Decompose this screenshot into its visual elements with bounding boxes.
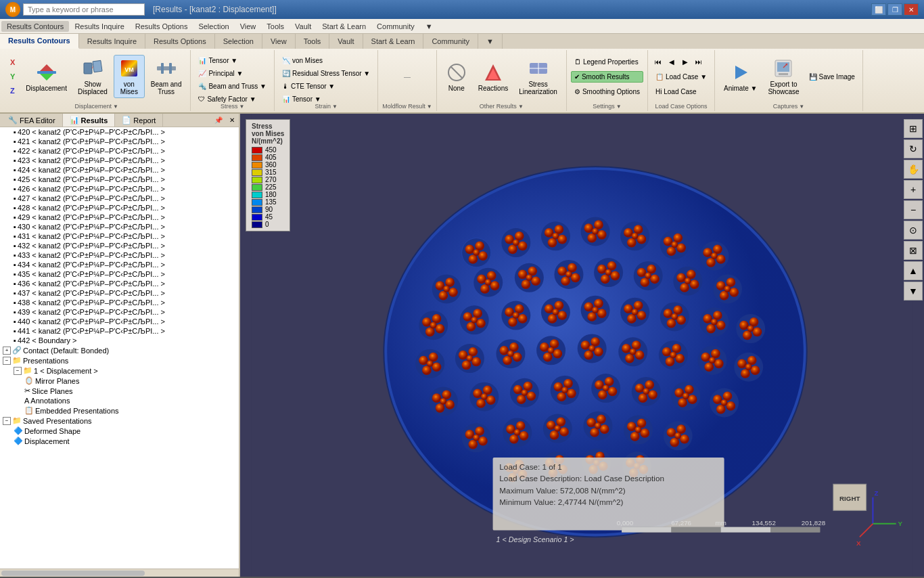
tree-item[interactable]: ▪429 < kanat2 (Р'С‹Р±Р¼Р–Р'С‹Р±СЉРІ... > [0, 213, 239, 222]
tree-item[interactable]: ▪432 < kanat2 (Р'С‹Р±Р¼Р–Р'С‹Р±СЉРІ... > [0, 241, 239, 250]
strain-dropdown-arrow[interactable]: ▼ [332, 104, 338, 110]
zoom-in-button[interactable]: + [904, 180, 923, 199]
displacement-button[interactable]: Displacement [21, 55, 72, 98]
tree-item[interactable]: ▪423 < kanat2 (Р'С‹Р±Р¼Р–Р'С‹Р±СЉРІ... > [0, 156, 239, 165]
other-results-dropdown-arrow[interactable]: ▼ [518, 104, 524, 110]
tree-item[interactable]: ▪425 < kanat2 (Р'С‹Р±Р¼Р–Р'С‹Р±СЉРІ... > [0, 175, 239, 184]
tree-item[interactable]: ▪436 < kanat2 (Р'С‹Р±Р¼Р–Р'С‹Р±СЉРІ... > [0, 279, 239, 288]
tree-item[interactable]: −📁Saved Presentations [0, 416, 239, 426]
menu-item-4[interactable]: View [235, 21, 262, 32]
scroll-down-button[interactable]: ▼ [904, 282, 923, 301]
tree-item[interactable]: ✂Slice Planes [0, 386, 239, 396]
horizontal-scrollbar[interactable] [0, 569, 239, 577]
tree-item[interactable]: ▪437 < kanat2 (Р'С‹Р±Р¼Р–Р'С‹Р±СЉРІ... > [0, 288, 239, 298]
tree-item[interactable]: ▪438 < kanat2 (Р'С‹Р±Р¼Р–Р'С‹Р±СЉРІ... > [0, 298, 239, 307]
von-mises-strain-button[interactable]: 📉 von Mises [279, 55, 373, 66]
residual-stress-button[interactable]: 🔄 Residual Stress Tensor ▼ [279, 68, 373, 79]
close-button[interactable]: ✕ [904, 3, 919, 16]
tab-results-contours[interactable]: Results Contours [0, 34, 79, 49]
tree-item[interactable]: ▪428 < kanat2 (Р'С‹Р±Р¼Р–Р'С‹Р±СЉРІ... > [0, 203, 239, 213]
load-case-dropdown-button[interactable]: 📋 Load Case ▼ [652, 71, 710, 83]
tree-expand-button[interactable]: − [3, 357, 11, 365]
tree-item[interactable]: AAnnotations [0, 396, 239, 405]
export-showcase-button[interactable]: Export toShowcase [763, 55, 804, 98]
principal-button[interactable]: 📈 Principal ▼ [195, 68, 270, 79]
none-button[interactable]: None [441, 55, 472, 98]
stress-dropdown-arrow[interactable]: ▼ [239, 104, 245, 110]
captures-dropdown-arrow[interactable]: ▼ [799, 104, 804, 110]
tab-community[interactable]: Community [423, 34, 478, 49]
tree-item[interactable]: ▪431 < kanat2 (Р'С‹Р±Р¼Р–Р'С‹Р±СЉРІ... > [0, 231, 239, 241]
tab-selection[interactable]: Selection [215, 34, 262, 49]
tree-item[interactable]: ▪422 < kanat2 (Р'С‹Р±Р¼Р–Р'С‹Р±СЉРІ... > [0, 146, 239, 156]
tree-expand-button[interactable]: − [3, 417, 11, 425]
tree-item[interactable]: ▪433 < kanat2 (Р'С‹Р±Р¼Р–Р'С‹Р±СЉРІ... > [0, 250, 239, 260]
tab-start-learn[interactable]: Start & Learn [363, 34, 424, 49]
tree-item[interactable]: ▪420 < kanat2 (Р'С‹Р±Р¼Р–Р'С‹Р±СЉРІ... > [0, 127, 239, 137]
smooth-results-button[interactable]: ✔ Smooth Results [571, 71, 643, 83]
beam-truss-small-button[interactable]: 🔩 Beam and Truss ▼ [195, 81, 270, 92]
zoom-out-button[interactable]: − [904, 200, 923, 219]
load-case-last-button[interactable]: ⏭ [693, 56, 705, 68]
axis-x-button[interactable]: X [7, 56, 18, 68]
minimize-button[interactable]: ⬜ [871, 3, 886, 16]
tree-item[interactable]: −📁Presentations [0, 355, 239, 365]
menu-item-0[interactable]: Results Contours [1, 21, 69, 32]
tree-item[interactable]: ▪435 < kanat2 (Р'С‹Р±Р¼Р–Р'С‹Р±СЉРІ... > [0, 269, 239, 279]
menu-item-6[interactable]: Vault [290, 21, 317, 32]
menu-item-2[interactable]: Results Options [130, 21, 193, 32]
tree-item[interactable]: 🪞Mirror Planes [0, 376, 239, 386]
menu-item-1[interactable]: Results Inquire [69, 21, 129, 32]
tree-item[interactable]: ▪426 < kanat2 (Р'С‹Р±Р¼Р–Р'С‹Р±СЉРІ... > [0, 184, 239, 194]
cte-tensor-button[interactable]: 🌡 CTE Tensor ▼ [279, 81, 373, 92]
tree-item[interactable]: −📁1 < Displacement > [0, 365, 239, 376]
von-mises-button[interactable]: VM vonMises [114, 55, 145, 98]
maximize-button[interactable]: ❒ [887, 3, 902, 16]
tensor-button[interactable]: 📊 Tensor ▼ [195, 55, 270, 66]
tree-item[interactable]: 📋Embedded Presentations [0, 405, 239, 416]
tab-view[interactable]: View [262, 34, 296, 49]
rotate-button[interactable]: ↻ [904, 139, 923, 158]
displacement-dropdown-arrow[interactable]: ▼ [113, 104, 118, 110]
tab-results-inquire[interactable]: Results Inquire [79, 34, 145, 49]
tree-item[interactable]: ▪441 < kanat2 (Р'С‹Р±Р¼Р–Р'С‹Р±СЉРІ... > [0, 326, 239, 336]
section-cut-button[interactable]: ⊠ [904, 241, 923, 260]
menu-item-7[interactable]: Start & Learn [317, 21, 371, 32]
tree-item[interactable]: 🔷Deformed Shape [0, 426, 239, 436]
tree-item[interactable]: ▪442 < Boundary > [0, 336, 239, 345]
hi-load-case-button[interactable]: Hi Load Case [652, 86, 710, 97]
panel-close-button[interactable]: ✕ [227, 116, 237, 125]
tree-item[interactable]: ▪424 < kanat2 (Р'С‹Р±Р¼Р–Р'С‹Р±СЉРІ... > [0, 165, 239, 175]
tab-tools[interactable]: Tools [296, 34, 330, 49]
tree-item[interactable]: ▪439 < kanat2 (Р'С‹Р±Р¼Р–Р'С‹Р±СЉРІ... > [0, 307, 239, 317]
panel-pin-button[interactable]: 📌 [212, 116, 225, 125]
tab-results-options[interactable]: Results Options [145, 34, 215, 49]
load-case-first-button[interactable]: ⏮ [652, 56, 664, 68]
smoothing-options-button[interactable]: ⚙ Smoothing Options [571, 86, 643, 97]
settings-dropdown-arrow[interactable]: ▼ [616, 104, 622, 110]
moldflow-dropdown-arrow[interactable]: ▼ [427, 104, 432, 110]
search-input[interactable] [23, 3, 145, 16]
tree-item[interactable]: +🔗Contact (Default: Bonded) [0, 345, 239, 355]
tree-item[interactable]: 🔷Displacement [0, 436, 239, 446]
beam-truss-button[interactable]: Beam andTruss [146, 55, 187, 98]
show-displaced-button[interactable]: ShowDisplaced [73, 55, 112, 98]
menu-item-5[interactable]: Tools [261, 21, 290, 32]
tab-overflow[interactable]: ▼ [478, 34, 503, 49]
tab-fea-editor[interactable]: 🔧 FEA Editor [1, 114, 63, 127]
tree-item[interactable]: ▪427 < kanat2 (Р'С‹Р±Р¼Р–Р'С‹Р±СЉРІ... > [0, 194, 239, 203]
tree-item[interactable]: ▪434 < kanat2 (Р'С‹Р±Р¼Р–Р'С‹Р±СЉРІ... > [0, 260, 239, 269]
reactions-button[interactable]: Reactions [473, 55, 513, 98]
axis-y-button[interactable]: Y [7, 70, 18, 83]
scroll-up-button[interactable]: ▲ [904, 261, 923, 280]
tree-expand-button[interactable]: + [3, 347, 11, 355]
tree-item[interactable]: ▪430 < kanat2 (Р'С‹Р±Р¼Р–Р'С‹Р±СЉРІ... > [0, 222, 239, 231]
tree-item[interactable]: ▪440 < kanat2 (Р'С‹Р±Р¼Р–Р'С‹Р±СЉРІ... > [0, 317, 239, 326]
zoom-fit-button[interactable]: ⊞ [904, 119, 923, 138]
axis-z-button[interactable]: Z [7, 85, 18, 97]
tab-report[interactable]: 📄 Report [115, 114, 163, 127]
menu-item-9[interactable]: ▼ [420, 21, 438, 32]
load-case-prev-button[interactable]: ◀ [666, 56, 678, 68]
stress-linearization-button[interactable]: StressLinearization [514, 55, 562, 98]
tab-vault[interactable]: Vault [329, 34, 363, 49]
